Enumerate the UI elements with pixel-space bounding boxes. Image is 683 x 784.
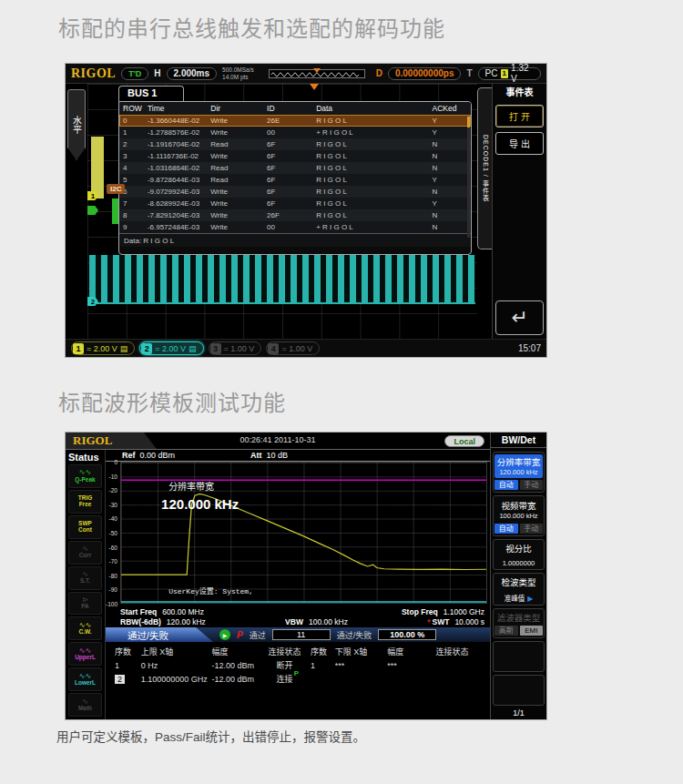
- table-row: 7-8.6289924E-03Write6FR I G O LY: [119, 198, 471, 209]
- table-row: 1-1.2788576E-02Write00+ R I G O LY: [119, 127, 471, 138]
- table-row: 3-1.1116736E-02Write6FR I G O LN: [119, 150, 471, 162]
- sa-topbar: RIGOL 00:26:41 2011-10-31 Local: [66, 433, 490, 450]
- section-heading-serial-bus: 标配的串行总线触发和选配的解码功能: [58, 11, 445, 43]
- timestamp: 00:26:41 2011-10-31: [240, 435, 316, 444]
- decode-softmenu: 事件表 打 开 导 出 ↵: [492, 84, 546, 339]
- filter-type-button: 滤波器类型 高斯 EMI: [493, 608, 545, 638]
- status-cw: ∿∿C.W.: [68, 616, 102, 640]
- vr-ratio-button[interactable]: 视分比 1.0000000: [493, 539, 545, 570]
- waveform-display: I2C 1 2 BUS 1 ROW Time Dir ID Data: [87, 84, 477, 339]
- bus1-tab[interactable]: BUS 1: [118, 86, 184, 101]
- section-heading-template-test: 标配波形模板测试功能: [58, 385, 286, 417]
- userkey-message: UserKey设置: System,: [168, 585, 253, 596]
- scrollbar-thumb[interactable]: [467, 117, 470, 127]
- bw-limit-icon: ▤: [120, 344, 128, 353]
- pass-ratio: 100.00 %: [378, 629, 436, 640]
- trigger-info-badge[interactable]: PC 1 1.32 V: [478, 67, 541, 80]
- status-st: ∿S.T.: [68, 566, 102, 590]
- delay-badge[interactable]: 0.00000000ps: [388, 67, 462, 80]
- horizontal-label: H: [154, 68, 160, 78]
- osc-channel-bar: 1 = 2.00 V ▤ 2 = 2.00 V ▤ 3 = 1.00 V 4 =…: [66, 339, 546, 357]
- limits-row: 1 0 Hz -12.00 dBm 断开 1 *** ***: [115, 658, 488, 672]
- status-math: ∿Math: [68, 693, 102, 717]
- passfail-title-tab: 通过/失败: [106, 627, 213, 642]
- rigol-logo: RIGOL: [66, 433, 157, 449]
- softmenu-title: BW/Det: [491, 433, 546, 448]
- oscilloscope-screenshot: RIGOL T'D H 2.000ms 500.0MSa/s 14.0M pts…: [66, 64, 546, 357]
- table-row: 8-7.8291204E-03Write26FR I G O LN: [119, 209, 471, 221]
- table-row: 5-9.8728644E-03Read6FR I G O LY: [119, 174, 471, 186]
- table-scrollbar[interactable]: [467, 117, 470, 238]
- plot-area: 分辨率带宽 120.000 kHz UserKey设置: System,: [120, 462, 487, 604]
- osc-statusbar: RIGOL T'D H 2.000ms 500.0MSa/s 14.0M pts…: [66, 64, 546, 84]
- swt-marker-icon: *: [427, 617, 430, 626]
- bus-protocol-chip: I2C: [107, 184, 125, 194]
- empty-softkey: [493, 641, 545, 672]
- rbw-auto-toggle[interactable]: 自动: [494, 480, 518, 490]
- export-button[interactable]: 导 出: [495, 132, 544, 155]
- passfail-bar: 通过/失败 ▶ P 通过 11 通过/失败 100.00 %: [106, 627, 490, 642]
- event-table-header: ROW Time Dir ID Data ACKed: [119, 102, 471, 115]
- ch1-waveform: [91, 137, 104, 199]
- event-table-footer: Data: R I G O L: [119, 233, 471, 247]
- status-lower-limit: ∿∿LowerL: [68, 667, 102, 691]
- ref-att-row: Ref0.00 dBm Att10 dB: [106, 450, 490, 462]
- limits-table: 序数 上限 X轴 幅度 连接状态 序数 下限 X轴 幅度 连接状态 1 0 Hz: [106, 642, 490, 719]
- decode-marker-icon[interactable]: [87, 206, 98, 215]
- status-corr: ∿Corr: [68, 541, 102, 565]
- filter-gauss-toggle: 高斯: [494, 626, 518, 636]
- timebase-badge[interactable]: 2.000ms: [167, 67, 217, 80]
- feature-caption: 用户可定义模板，Pass/Fail统计，出错停止，报警设置。: [56, 727, 365, 745]
- table-row: 2-1.1916704E-02Read6FR I G O LN: [119, 138, 471, 150]
- filter-emi-toggle: EMI: [520, 626, 544, 636]
- event-table-overlay: BUS 1 ROW Time Dir ID Data ACKed 0-1.366…: [118, 86, 472, 255]
- status-qpeak: ∿∿Q-Peak: [68, 464, 102, 488]
- status-panel-title: Status: [66, 451, 105, 463]
- bw-limit-icon: ▤: [189, 344, 197, 353]
- table-row: 0-1.3660448E-02Write26ER I G O LY: [119, 115, 471, 127]
- play-icon[interactable]: ▶: [219, 629, 230, 640]
- limits-table-header: 序数 上限 X轴 幅度 连接状态 序数 下限 X轴 幅度 连接状态: [115, 645, 488, 658]
- vbw-button[interactable]: 视频带宽 100.000 kHz 自动 手动: [493, 495, 545, 536]
- frequency-info: Start Freq600.00 MHz Stop Freq1.1000 GHz…: [106, 606, 490, 627]
- vbw-auto-toggle[interactable]: 自动: [494, 524, 518, 534]
- memory-position-bar[interactable]: [269, 69, 365, 78]
- status-upper-limit: ∿∿UpperL: [68, 642, 102, 666]
- detector-type-button[interactable]: 检波类型 准峰值▶: [493, 573, 545, 606]
- rigol-logo: RIGOL: [71, 66, 116, 81]
- local-badge[interactable]: Local: [444, 435, 484, 447]
- decode-menu-tab[interactable]: DECODE1 / 事件表: [477, 87, 492, 249]
- page-indicator: 1/1: [493, 708, 545, 718]
- chevron-right-icon: ▶: [527, 595, 533, 603]
- ch2-clock-waveform: [89, 255, 475, 304]
- event-table: ROW Time Dir ID Data ACKed 0-1.3660448E-…: [118, 101, 472, 255]
- limits-row-selected[interactable]: 2 1.100000000 GHz -12.00 dBm 连接: [115, 672, 488, 686]
- trigger-label: T: [466, 68, 472, 78]
- pass-count: 11: [272, 629, 331, 640]
- pass-label: 通过: [250, 629, 266, 641]
- status-panel: Status ∿∿Q-Peak TRIGFree SWPCont ∿Corr ∿…: [66, 450, 106, 719]
- empty-softkey: [493, 675, 545, 706]
- left-tab-strip: 水平: [66, 84, 87, 339]
- clock: 15:07: [518, 343, 541, 353]
- channel-4-status[interactable]: 4 = 1.00 V: [266, 341, 320, 355]
- vbw-manual-toggle[interactable]: 手动: [520, 524, 544, 534]
- channel-3-status[interactable]: 3 = 1.00 V: [209, 341, 262, 355]
- open-button[interactable]: 打 开: [495, 105, 544, 127]
- channel-1-status[interactable]: 1 = 2.00 V ▤: [71, 341, 135, 355]
- trigger-position-icon[interactable]: [310, 84, 319, 95]
- horizontal-menu-tab[interactable]: 水平: [67, 89, 86, 160]
- softmenu-title: 事件表: [495, 86, 544, 100]
- rbw-manual-toggle[interactable]: 手动: [520, 480, 544, 490]
- table-row: 9-6.9572484E-03Write00+ R I G O LN: [119, 221, 471, 233]
- status-trig-free: TRIGFree: [68, 490, 102, 514]
- spectrum-analyzer-screenshot: RIGOL 00:26:41 2011-10-31 Local Status ∿…: [66, 433, 546, 719]
- rbw-button[interactable]: 分辨率带宽 120.000 kHz 自动 手动: [493, 452, 545, 493]
- enter-button[interactable]: ↵: [495, 300, 544, 335]
- trigger-status-badge: T'D: [121, 67, 148, 80]
- channel-2-status[interactable]: 2 = 2.00 V ▤: [139, 341, 203, 355]
- pass-marker: P: [294, 669, 299, 677]
- rbw-overlay-value: 120.000 kHz: [161, 496, 239, 512]
- delay-label: D: [376, 68, 382, 78]
- pause-flag: P: [237, 630, 243, 640]
